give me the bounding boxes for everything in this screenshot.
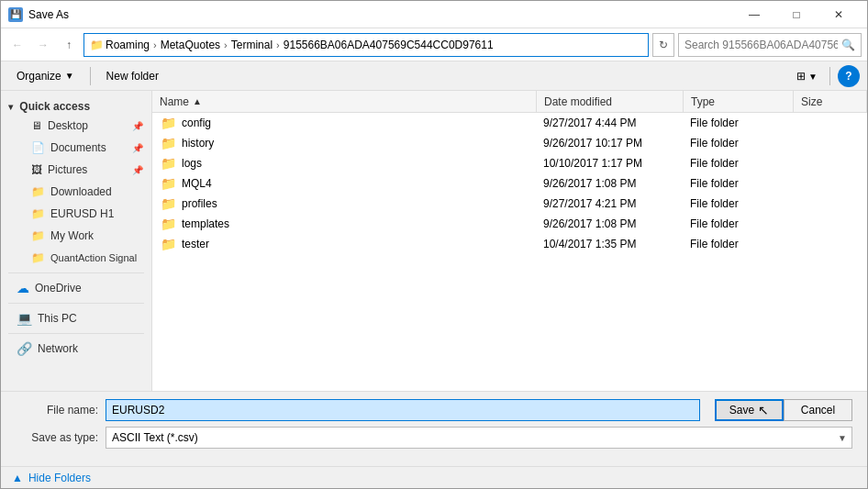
downloaded-icon: 📁 xyxy=(31,185,45,198)
file-cell-name: 📁 profiles xyxy=(153,196,536,211)
file-cell-name: 📁 tester xyxy=(153,237,536,251)
refresh-button[interactable]: ↻ xyxy=(652,33,674,57)
file-cell-date: 9/27/2017 4:44 PM xyxy=(536,117,683,129)
table-row[interactable]: 📁 profiles 9/27/2017 4:21 PM File folder xyxy=(152,194,867,214)
sidebar-item-downloaded[interactable]: 📁 Downloaded xyxy=(1,181,151,203)
quick-access-arrow: ▾ xyxy=(8,102,13,112)
file-cell-type: File folder xyxy=(683,137,793,150)
save-as-type-row: Save as type: ASCII Text (*.csv) xyxy=(16,427,852,449)
col-header-name[interactable]: Name ▲ xyxy=(152,91,537,112)
sidebar-item-onedrive[interactable]: ☁ OneDrive xyxy=(1,277,151,299)
hide-folders-bar[interactable]: ▲ Hide Folders xyxy=(1,466,867,488)
sidebar-label-desktop: Desktop xyxy=(48,119,88,132)
sidebar-item-documents[interactable]: 📄 Documents 📌 xyxy=(1,137,151,159)
sidebar-label-this-pc: This PC xyxy=(38,312,77,325)
file-cell-type: File folder xyxy=(683,117,793,129)
table-row[interactable]: 📁 history 9/26/2017 10:17 PM File folder xyxy=(152,133,867,153)
hide-folders-arrow-icon: ▲ xyxy=(12,472,23,484)
col-type-label: Type xyxy=(691,95,715,108)
organize-arrow-icon: ▼ xyxy=(65,71,74,81)
file-name-input[interactable] xyxy=(106,399,700,421)
address-bar: ← → ↑ 📁 Name Roaming › MetaQuotes › Term… xyxy=(1,28,867,61)
file-folder-icon: 📁 xyxy=(161,116,176,130)
file-name-label: File name: xyxy=(16,404,98,417)
save-as-type-label: Save as type: xyxy=(16,431,98,444)
view-button[interactable]: ⊞ ▼ xyxy=(792,65,822,87)
sidebar-item-this-pc[interactable]: 💻 This PC xyxy=(1,307,151,329)
crumb-sep-1: › xyxy=(153,39,157,50)
sidebar-divider-1 xyxy=(8,272,144,273)
save-label: Save xyxy=(729,404,754,417)
cancel-button[interactable]: Cancel xyxy=(784,399,852,421)
table-row[interactable]: 📁 MQL4 9/26/2017 1:08 PM File folder xyxy=(152,173,867,194)
pictures-icon: 🖼 xyxy=(31,163,42,176)
file-folder-icon: 📁 xyxy=(161,217,176,231)
table-row[interactable]: 📁 logs 10/10/2017 1:17 PM File folder xyxy=(152,153,867,173)
close-button[interactable]: ✕ xyxy=(818,1,860,28)
sidebar-label-onedrive: OneDrive xyxy=(35,282,82,295)
title-bar-text: Save As xyxy=(28,8,733,21)
col-name-label: Name xyxy=(160,95,189,108)
save-button[interactable]: Save ↖ xyxy=(715,399,784,421)
col-size-label: Size xyxy=(801,95,822,108)
search-box: 🔍 xyxy=(678,33,862,57)
sidebar-label-my-work: My Work xyxy=(50,229,94,242)
file-cell-name: 📁 templates xyxy=(153,217,536,231)
file-cell-type: File folder xyxy=(683,197,793,210)
up-button[interactable]: ↑ xyxy=(58,34,80,56)
cancel-label: Cancel xyxy=(801,404,835,417)
view-arrow-icon: ▼ xyxy=(808,72,818,82)
onedrive-icon: ☁ xyxy=(17,281,29,295)
forward-button[interactable]: → xyxy=(32,34,54,56)
file-cell-date: 9/27/2017 4:21 PM xyxy=(536,197,683,210)
col-header-type[interactable]: Type xyxy=(684,91,794,112)
cursor-icon: ↖ xyxy=(758,403,769,417)
maximize-button[interactable]: □ xyxy=(775,1,818,28)
organize-button[interactable]: Organize ▼ xyxy=(8,65,83,87)
back-button[interactable]: ← xyxy=(6,34,28,56)
file-folder-icon: 📁 xyxy=(161,176,176,191)
table-row[interactable]: 📁 config 9/27/2017 4:44 PM File folder xyxy=(152,113,867,133)
file-cell-name: 📁 history xyxy=(153,136,536,150)
pin-icon-documents: 📌 xyxy=(132,143,143,153)
sidebar-item-network[interactable]: 🔗 Network xyxy=(1,338,151,360)
view-icon: ⊞ xyxy=(796,70,806,83)
sidebar-label-network: Network xyxy=(38,342,78,355)
sidebar: ▾ Quick access 🖥 Desktop 📌 📄 Documents 📌… xyxy=(1,91,152,391)
pin-icon-pictures: 📌 xyxy=(132,165,143,175)
help-button[interactable]: ? xyxy=(838,65,860,87)
this-pc-icon: 💻 xyxy=(17,311,32,326)
table-row[interactable]: 📁 templates 9/26/2017 1:08 PM File folde… xyxy=(152,214,867,234)
search-icon: 🔍 xyxy=(841,39,855,51)
sidebar-divider-2 xyxy=(8,303,144,304)
col-header-date[interactable]: Date modified xyxy=(537,91,684,112)
sidebar-item-quantaction[interactable]: 📁 QuantAction Signal xyxy=(1,247,151,269)
organize-label: Organize xyxy=(17,70,61,83)
file-cell-name: 📁 logs xyxy=(153,156,536,171)
address-path[interactable]: 📁 Name Roaming › MetaQuotes › Terminal ›… xyxy=(83,33,649,57)
sidebar-label-documents: Documents xyxy=(50,141,106,154)
file-name-text: templates xyxy=(182,217,229,230)
file-cell-type: File folder xyxy=(683,177,793,190)
minimize-button[interactable]: — xyxy=(733,1,775,28)
file-folder-icon: 📁 xyxy=(161,156,176,171)
eurusd-icon: 📁 xyxy=(31,207,45,220)
sidebar-item-pictures[interactable]: 🖼 Pictures 📌 xyxy=(1,159,151,181)
file-cell-date: 9/26/2017 1:08 PM xyxy=(536,177,683,190)
my-work-icon: 📁 xyxy=(31,229,45,242)
new-folder-button[interactable]: New folder xyxy=(98,65,167,87)
title-bar-buttons: — □ ✕ xyxy=(733,1,860,28)
sidebar-item-my-work[interactable]: 📁 My Work xyxy=(1,225,151,247)
sidebar-item-desktop[interactable]: 🖥 Desktop 📌 xyxy=(1,115,151,137)
bottom-bar: File name: Save ↖ Cancel Save as type: A… xyxy=(1,391,867,466)
sidebar-label-eurusd: EURUSD H1 xyxy=(50,207,114,220)
col-header-size[interactable]: Size xyxy=(794,91,867,112)
sidebar-item-eurusd[interactable]: 📁 EURUSD H1 xyxy=(1,203,151,225)
file-name-row: File name: Save ↖ Cancel xyxy=(16,399,852,421)
file-folder-icon: 📁 xyxy=(161,196,176,211)
file-cell-name: 📁 config xyxy=(153,116,536,130)
save-as-type-select[interactable]: ASCII Text (*.csv) xyxy=(106,427,852,449)
crumb-roaming: Roaming xyxy=(106,39,150,51)
table-row[interactable]: 📁 tester 10/4/2017 1:35 PM File folder xyxy=(152,234,867,254)
search-input[interactable] xyxy=(684,39,838,51)
